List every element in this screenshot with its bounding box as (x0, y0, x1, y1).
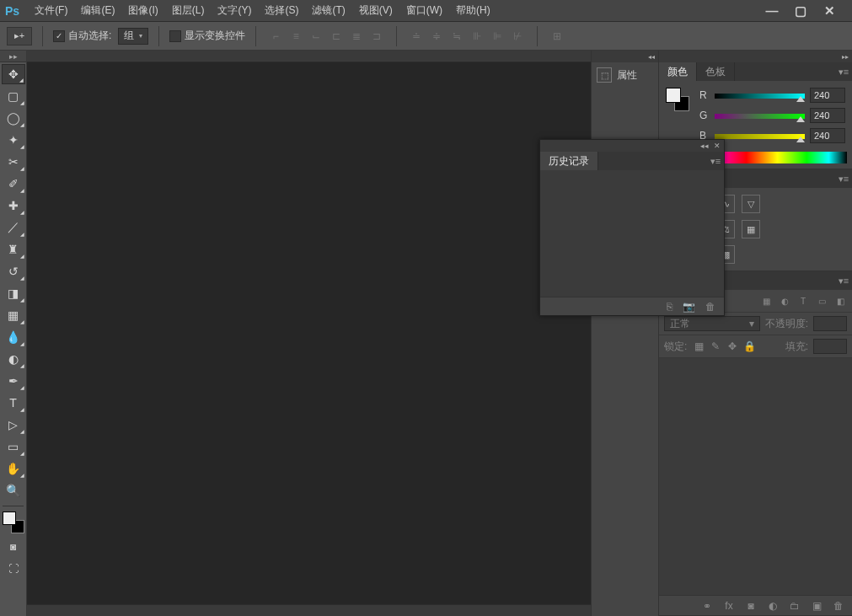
dock-properties[interactable]: ⬚ 属性 (592, 62, 658, 88)
close-icon[interactable]: ✕ (714, 142, 721, 150)
hand-tool[interactable]: ✋◢ (2, 458, 25, 479)
tab-color[interactable]: 颜色 (659, 62, 697, 81)
align-bottom-icon[interactable]: ⌙ (307, 27, 325, 46)
quick-select-tool[interactable]: ✦◢ (2, 130, 25, 150)
expand-toolbar-button[interactable]: ▸▸ (0, 51, 26, 62)
collapse-icon[interactable]: ◂◂ (700, 142, 709, 150)
maximize-button[interactable]: ▢ (791, 4, 810, 18)
menu-view[interactable]: 视图(V) (352, 0, 399, 21)
layer-list[interactable] (659, 358, 852, 595)
shape-tool[interactable]: ▭◢ (2, 437, 25, 457)
lasso-tool[interactable]: ◯◢ (2, 108, 25, 128)
show-transform-checkbox[interactable]: 显示变换控件 (169, 29, 245, 43)
menu-filter[interactable]: 滤镜(T) (305, 0, 351, 21)
panel-menu-icon[interactable]: ▾≡ (835, 62, 852, 81)
distribute-vcenter-icon[interactable]: ≑ (427, 27, 446, 46)
panel-fg-swatch[interactable] (666, 88, 681, 103)
zoom-tool[interactable]: 🔍 (2, 480, 25, 501)
layer-fx-icon[interactable]: fx (722, 599, 736, 613)
fill-input[interactable] (813, 339, 847, 354)
adj-exposure-icon[interactable]: ▽ (742, 195, 760, 213)
r-input[interactable]: 240 (810, 88, 845, 103)
pen-tool[interactable]: ✒◢ (2, 371, 25, 391)
close-button[interactable]: ✕ (820, 4, 839, 18)
history-list[interactable] (540, 170, 724, 297)
link-layers-icon[interactable]: ⚭ (700, 599, 714, 613)
new-group-icon[interactable]: 🗀 (788, 599, 801, 613)
filter-smart-icon[interactable]: ◧ (833, 294, 847, 308)
menu-image[interactable]: 图像(I) (121, 0, 164, 21)
history-panel-head[interactable]: ◂◂ ✕ (540, 140, 724, 152)
align-left-icon[interactable]: ⊏ (327, 27, 346, 46)
distribute-top-icon[interactable]: ≐ (407, 27, 426, 46)
minimize-button[interactable]: — (763, 4, 781, 18)
align-right-icon[interactable]: ⊐ (367, 27, 386, 46)
lock-transparent-icon[interactable]: ▦ (692, 340, 705, 353)
current-tool-icon[interactable]: ▸+ (7, 27, 32, 46)
align-top-icon[interactable]: ⌐ (266, 27, 285, 46)
panel-fgbg-swatches[interactable] (666, 88, 689, 111)
align-vcenter-icon[interactable]: ≡ (287, 27, 305, 46)
filter-type-icon[interactable]: T (796, 294, 810, 308)
filter-pixel-icon[interactable]: ▦ (759, 294, 773, 308)
menu-type[interactable]: 文字(Y) (211, 0, 258, 21)
new-layer-icon[interactable]: ▣ (810, 599, 823, 613)
menu-file[interactable]: 文件(F) (28, 0, 74, 21)
dock-collapse-button[interactable]: ◂◂ (592, 51, 658, 62)
snapshot-icon[interactable]: 📷 (683, 301, 695, 313)
blur-tool[interactable]: 💧◢ (2, 327, 25, 347)
filter-adjust-icon[interactable]: ◐ (778, 294, 791, 308)
distribute-right-icon[interactable]: ⊬ (508, 27, 527, 46)
lock-pixels-icon[interactable]: ✎ (709, 340, 722, 353)
history-brush-tool[interactable]: ↺◢ (2, 261, 25, 281)
g-input[interactable]: 240 (810, 108, 845, 123)
panel-menu-icon[interactable]: ▾≡ (835, 169, 852, 188)
align-hcenter-icon[interactable]: ≣ (347, 27, 366, 46)
gradient-tool[interactable]: ▦◢ (2, 305, 25, 325)
brush-tool[interactable]: ／◢ (2, 217, 25, 238)
g-slider[interactable] (715, 110, 805, 121)
menu-layer[interactable]: 图层(L) (165, 0, 212, 21)
opacity-input[interactable] (813, 316, 847, 331)
panel-menu-icon[interactable]: ▾≡ (707, 152, 724, 170)
add-adjustment-icon[interactable]: ◐ (766, 599, 780, 613)
add-mask-icon[interactable]: ◙ (744, 599, 758, 613)
move-tool[interactable]: ✥◢ (2, 64, 25, 84)
dodge-tool[interactable]: ◐◢ (2, 349, 25, 369)
auto-select-checkbox[interactable]: 自动选择: (53, 29, 111, 43)
distribute-hcenter-icon[interactable]: ⊫ (488, 27, 506, 46)
adj-bw-icon[interactable]: ▦ (742, 220, 760, 238)
menu-edit[interactable]: 编辑(E) (74, 0, 121, 21)
stamp-tool[interactable]: ♜◢ (2, 239, 25, 260)
distribute-bottom-icon[interactable]: ≒ (447, 27, 466, 46)
eraser-tool[interactable]: ◨◢ (2, 283, 25, 303)
screen-mode-button[interactable]: ⛶ (4, 560, 23, 577)
blend-mode-dropdown[interactable]: 正常 ▾ (664, 316, 760, 331)
path-select-tool[interactable]: ▷◢ (2, 415, 25, 435)
delete-state-icon[interactable]: 🗑 (705, 301, 715, 313)
quick-mask-button[interactable]: ◙ (4, 538, 23, 555)
crop-tool[interactable]: ✂◢ (2, 152, 25, 172)
menu-select[interactable]: 选择(S) (258, 0, 305, 21)
foreground-color-swatch[interactable] (3, 512, 16, 525)
delete-layer-icon[interactable]: 🗑 (832, 599, 845, 613)
b-input[interactable]: 240 (810, 128, 845, 143)
r-slider[interactable] (715, 90, 805, 100)
panels-collapse-button[interactable]: ▸▸ (659, 51, 852, 62)
menu-help[interactable]: 帮助(H) (449, 0, 497, 21)
panel-menu-icon[interactable]: ▾≡ (835, 271, 852, 290)
b-slider[interactable] (715, 131, 805, 141)
healing-tool[interactable]: ✚◢ (2, 196, 25, 216)
menu-window[interactable]: 窗口(W) (399, 0, 449, 21)
filter-shape-icon[interactable]: ▭ (815, 294, 828, 308)
lock-all-icon[interactable]: 🔒 (742, 340, 756, 353)
tab-history[interactable]: 历史记录 (540, 152, 598, 170)
auto-align-icon[interactable]: ⊞ (548, 27, 566, 46)
fg-bg-swatches[interactable] (3, 512, 24, 533)
auto-select-dropdown[interactable]: 组 ▾ (118, 28, 148, 45)
eyedropper-tool[interactable]: ✐◢ (2, 174, 25, 194)
new-doc-from-state-icon[interactable]: ⎘ (667, 301, 672, 313)
distribute-left-icon[interactable]: ⊪ (468, 27, 486, 46)
history-panel[interactable]: ◂◂ ✕ 历史记录 ▾≡ ⎘ 📷 🗑 (539, 139, 725, 316)
lock-position-icon[interactable]: ✥ (726, 340, 739, 353)
